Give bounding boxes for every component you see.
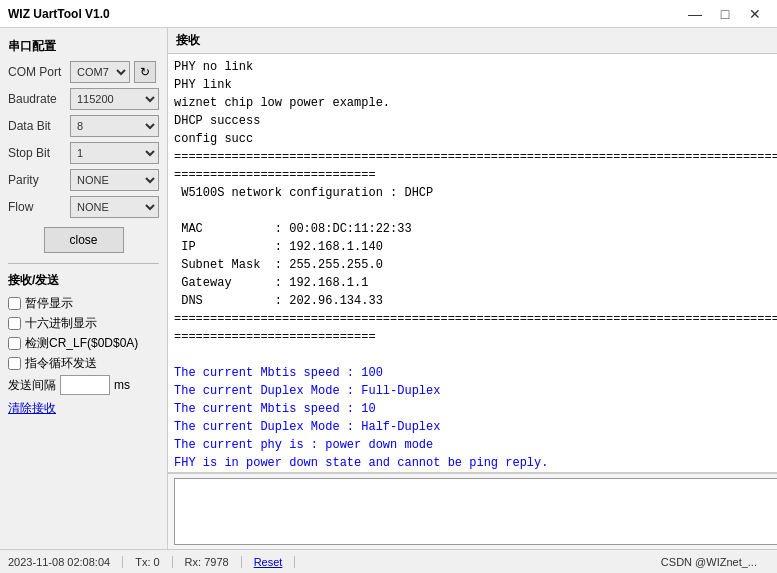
- baudrate-label: Baudrate: [8, 92, 66, 106]
- status-credit: CSDN @WIZnet_...: [661, 556, 769, 568]
- loop-send-row: 指令循环发送: [8, 355, 159, 372]
- interval-label: 发送间隔: [8, 377, 56, 394]
- right-panel: 接收 PHY no link PHY link wiznet chip low …: [168, 28, 777, 549]
- cr-lf-row: 检测CR_LF($0D$0A): [8, 335, 159, 352]
- titlebar: WIZ UartTool V1.0 — □ ✕: [0, 0, 777, 28]
- com-port-select[interactable]: COM7: [70, 61, 130, 83]
- data-bit-select[interactable]: 8: [70, 115, 159, 137]
- pause-display-checkbox[interactable]: [8, 297, 21, 310]
- baudrate-select[interactable]: 115200: [70, 88, 159, 110]
- recv-send-title: 接收/发送: [8, 272, 159, 289]
- left-panel: 串口配置 COM Port COM7 ↻ Baudrate 115200 Dat…: [0, 28, 168, 549]
- interval-unit: ms: [114, 378, 130, 392]
- data-bit-row: Data Bit 8: [8, 115, 159, 137]
- loop-send-label: 指令循环发送: [25, 355, 97, 372]
- recv-title: 接收: [168, 28, 777, 54]
- com-port-label: COM Port: [8, 65, 66, 79]
- stop-bit-select[interactable]: 1: [70, 142, 159, 164]
- serial-config-title: 串口配置: [8, 38, 159, 55]
- hex-display-checkbox[interactable]: [8, 317, 21, 330]
- main-area: 串口配置 COM Port COM7 ↻ Baudrate 115200 Dat…: [0, 28, 777, 549]
- baudrate-row: Baudrate 115200: [8, 88, 159, 110]
- interval-input[interactable]: 1000: [60, 375, 110, 395]
- stop-bit-row: Stop Bit 1: [8, 142, 159, 164]
- status-timestamp: 2023-11-08 02:08:04: [8, 556, 123, 568]
- flow-row: Flow NONE: [8, 196, 159, 218]
- status-tx: Tx: 0: [135, 556, 172, 568]
- flow-label: Flow: [8, 200, 66, 214]
- pause-display-label: 暂停显示: [25, 295, 73, 312]
- parity-select[interactable]: NONE: [70, 169, 159, 191]
- maximize-button[interactable]: □: [711, 3, 739, 25]
- window-controls: — □ ✕: [681, 3, 769, 25]
- parity-label: Parity: [8, 173, 66, 187]
- cr-lf-checkbox[interactable]: [8, 337, 21, 350]
- recv-area[interactable]: PHY no link PHY link wiznet chip low pow…: [168, 54, 777, 473]
- statusbar: 2023-11-08 02:08:04 Tx: 0 Rx: 7978 Reset…: [0, 549, 777, 573]
- clear-recv-link[interactable]: 清除接收: [8, 400, 159, 417]
- com-port-row: COM Port COM7 ↻: [8, 61, 159, 83]
- stop-bit-label: Stop Bit: [8, 146, 66, 160]
- interval-row: 发送间隔 1000 ms: [8, 375, 159, 395]
- loop-send-checkbox[interactable]: [8, 357, 21, 370]
- send-input[interactable]: [174, 478, 777, 545]
- status-reset[interactable]: Reset: [254, 556, 296, 568]
- close-port-button[interactable]: close: [44, 227, 124, 253]
- refresh-ports-button[interactable]: ↻: [134, 61, 156, 83]
- close-button[interactable]: ✕: [741, 3, 769, 25]
- data-bit-label: Data Bit: [8, 119, 66, 133]
- hex-display-row: 十六进制显示: [8, 315, 159, 332]
- hex-display-label: 十六进制显示: [25, 315, 97, 332]
- status-rx: Rx: 7978: [185, 556, 242, 568]
- cr-lf-label: 检测CR_LF($0D$0A): [25, 335, 138, 352]
- app-title: WIZ UartTool V1.0: [8, 7, 681, 21]
- flow-select[interactable]: NONE: [70, 196, 159, 218]
- pause-display-row: 暂停显示: [8, 295, 159, 312]
- divider: [8, 263, 159, 264]
- send-input-wrap: ▲ ▼: [174, 478, 777, 545]
- send-area: ▲ ▼ send clear: [168, 473, 777, 549]
- minimize-button[interactable]: —: [681, 3, 709, 25]
- parity-row: Parity NONE: [8, 169, 159, 191]
